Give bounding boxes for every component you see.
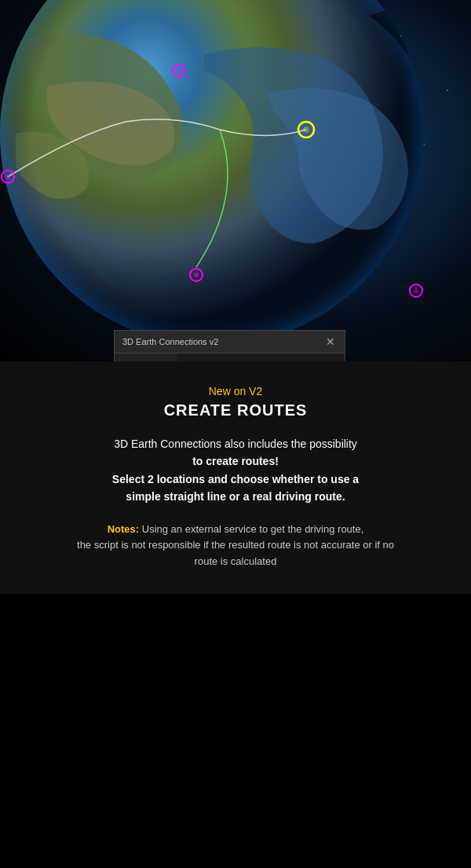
dialog-panel: 3D Earth Connections v2 ✕ Points Connect… [114, 330, 345, 361]
svg-point-4 [5, 174, 10, 179]
notes-text-3: route is calculated [195, 555, 277, 567]
earth-section: 3D Earth Connections v2 ✕ Points Connect… [0, 0, 471, 361]
notes-label: Notes: [108, 523, 139, 535]
svg-point-10 [194, 273, 199, 277]
dialog-body: Points Connections Route Graphics Highli… [115, 353, 345, 361]
svg-point-2 [0, 0, 424, 338]
svg-point-8 [303, 126, 309, 133]
notes-section: Notes: Using an external service to get … [31, 522, 440, 570]
dialog-titlebar: 3D Earth Connections v2 ✕ [115, 331, 345, 353]
description-text: 3D Earth Connections also includes the p… [31, 435, 440, 506]
notes-text-2: the script is not responsible if the res… [77, 539, 394, 551]
notes-text-1: Using an external service to get the dri… [139, 523, 363, 535]
dialog-close-button[interactable]: ✕ [324, 335, 337, 348]
content-section: New on V2 CREATE ROUTES 3D Earth Connect… [0, 361, 471, 594]
earth-globe [0, 0, 471, 338]
svg-point-6 [177, 68, 181, 73]
dialog-title: 3D Earth Connections v2 [122, 337, 218, 346]
dialog-content: 3D Earth Connections v2 Route type Strai… [177, 353, 345, 361]
dialog-sidebar: Points Connections Route Graphics Highli… [115, 353, 177, 361]
create-routes-title: CREATE ROUTES [31, 401, 440, 419]
new-on-v2-label: New on V2 [31, 385, 440, 397]
svg-point-12 [414, 288, 418, 293]
